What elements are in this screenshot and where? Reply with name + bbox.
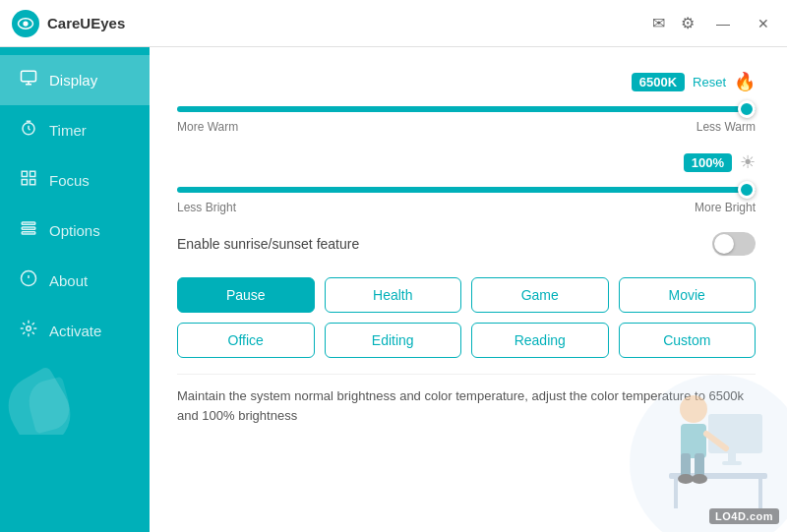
svg-rect-7 xyxy=(30,171,35,176)
activate-icon xyxy=(18,320,39,342)
preset-reading[interactable]: Reading xyxy=(471,323,609,358)
svg-rect-24 xyxy=(681,424,706,458)
temp-min-label: More Warm xyxy=(177,120,238,134)
brightness-icon: ☀ xyxy=(740,151,756,173)
options-icon xyxy=(18,219,39,242)
titlebar-controls: ✉ ⚙ — ✕ xyxy=(652,14,775,33)
svg-rect-20 xyxy=(708,414,762,453)
email-icon[interactable]: ✉ xyxy=(652,14,665,32)
brightness-min-label: Less Bright xyxy=(177,201,236,214)
svg-rect-2 xyxy=(22,71,36,82)
brightness-section: 100% ☀ Less Bright More Bright xyxy=(177,151,756,214)
svg-point-16 xyxy=(27,326,31,331)
flame-icon: 🔥 xyxy=(734,71,756,92)
preset-office[interactable]: Office xyxy=(177,323,315,358)
brightness-labels: Less Bright More Bright xyxy=(177,201,756,214)
temp-badge: 6500K xyxy=(632,73,685,91)
titlebar: CareUEyes ✉ ⚙ — ✕ xyxy=(0,0,787,47)
sidebar-decoration xyxy=(0,356,150,435)
preset-row-1: Pause Health Game Movie xyxy=(177,277,756,313)
preset-movie[interactable]: Movie xyxy=(619,277,757,313)
timer-icon xyxy=(18,119,39,142)
sunrise-feature-label: Enable sunrise/sunset feature xyxy=(177,236,359,252)
svg-rect-19 xyxy=(758,479,762,508)
brightness-slider[interactable] xyxy=(177,187,756,193)
sidebar-item-focus[interactable]: Focus xyxy=(0,155,150,206)
focus-icon xyxy=(18,169,39,192)
sidebar-label-options: Options xyxy=(49,222,100,239)
temp-header: 6500K Reset 🔥 xyxy=(177,71,756,92)
temp-labels: More Warm Less Warm xyxy=(177,120,756,134)
titlebar-left: CareUEyes xyxy=(12,10,125,37)
svg-rect-6 xyxy=(22,171,27,176)
close-button[interactable]: ✕ xyxy=(752,14,775,33)
settings-icon[interactable]: ⚙ xyxy=(681,14,695,32)
preset-health[interactable]: Health xyxy=(325,277,462,313)
figure-svg xyxy=(639,335,777,522)
temperature-slider[interactable] xyxy=(177,106,756,112)
svg-rect-11 xyxy=(22,227,35,229)
svg-rect-9 xyxy=(30,180,35,185)
sidebar-item-timer[interactable]: Timer xyxy=(0,105,150,155)
sidebar-label-focus: Focus xyxy=(49,172,90,189)
watermark: LO4D.com xyxy=(709,508,779,524)
sidebar-item-activate[interactable]: Activate xyxy=(0,306,150,356)
sidebar-item-about[interactable]: About xyxy=(0,256,150,306)
temp-max-label: Less Warm xyxy=(696,120,756,134)
display-icon xyxy=(18,69,39,91)
svg-rect-22 xyxy=(722,461,742,465)
sidebar: Display Timer Focus Options About xyxy=(0,47,150,532)
svg-point-1 xyxy=(23,21,28,26)
svg-point-28 xyxy=(678,474,694,484)
minimize-button[interactable]: — xyxy=(710,14,736,33)
svg-rect-10 xyxy=(22,222,35,224)
temperature-section: 6500K Reset 🔥 More Warm Less Warm xyxy=(177,71,756,134)
main-layout: Display Timer Focus Options About xyxy=(0,47,787,532)
content-area: 6500K Reset 🔥 More Warm Less Warm 100% ☀… xyxy=(150,47,787,532)
sidebar-label-activate: Activate xyxy=(49,323,101,339)
svg-point-29 xyxy=(692,474,707,484)
about-icon xyxy=(18,269,39,292)
toggle-knob xyxy=(714,234,734,254)
sidebar-label-timer: Timer xyxy=(49,122,87,139)
svg-rect-18 xyxy=(674,479,678,508)
sidebar-item-display[interactable]: Display xyxy=(0,55,150,105)
svg-rect-8 xyxy=(22,180,27,185)
preset-game[interactable]: Game xyxy=(471,277,609,313)
app-title: CareUEyes xyxy=(47,15,125,31)
sunrise-toggle[interactable] xyxy=(712,232,756,256)
brightness-badge: 100% xyxy=(684,153,732,172)
sidebar-item-options[interactable]: Options xyxy=(0,206,150,256)
app-logo xyxy=(12,10,39,37)
sidebar-label-about: About xyxy=(49,272,88,289)
preset-editing[interactable]: Editing xyxy=(325,323,462,358)
brightness-header: 100% ☀ xyxy=(177,151,756,173)
deco-figure xyxy=(630,335,787,532)
sidebar-label-display: Display xyxy=(49,72,97,89)
preset-pause[interactable]: Pause xyxy=(177,277,315,313)
svg-point-23 xyxy=(680,395,707,423)
brightness-max-label: More Bright xyxy=(695,201,756,214)
reset-link[interactable]: Reset xyxy=(693,75,726,89)
svg-rect-12 xyxy=(22,232,35,234)
svg-rect-21 xyxy=(728,453,736,461)
sunrise-feature-row: Enable sunrise/sunset feature xyxy=(177,232,756,256)
